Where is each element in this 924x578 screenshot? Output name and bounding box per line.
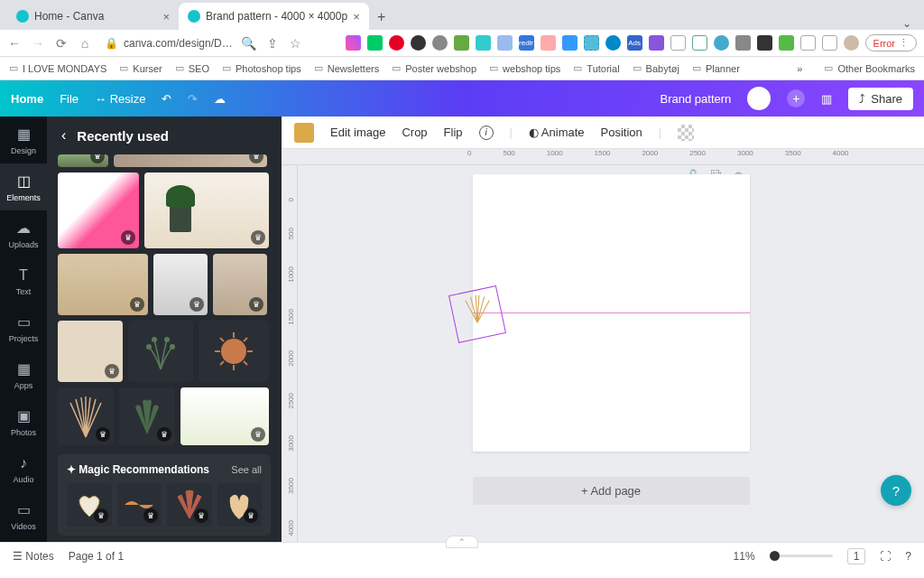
element-thumb[interactable]: ♛ <box>58 387 114 445</box>
info-icon[interactable]: i <box>479 126 494 140</box>
ext-icon[interactable] <box>476 35 491 51</box>
color-swatch[interactable] <box>294 123 314 143</box>
ext-icon[interactable] <box>411 35 426 51</box>
reload-icon[interactable]: ⟳ <box>54 36 69 51</box>
new-tab-button[interactable]: + <box>369 5 394 30</box>
share-button[interactable]: ⤴Share <box>848 88 913 110</box>
element-thumb[interactable]: ♛ <box>167 483 212 527</box>
nav-uploads[interactable]: ☁Uploads <box>0 210 47 257</box>
close-icon[interactable]: × <box>353 10 360 23</box>
ext-icon[interactable] <box>432 35 448 51</box>
zoom-slider[interactable] <box>770 555 833 557</box>
element-thumb[interactable]: ♛ <box>213 254 267 315</box>
cloud-sync-icon[interactable]: ☁ <box>214 92 226 106</box>
collapse-bottom-icon[interactable]: ⌃ <box>446 536 478 548</box>
nav-projects[interactable]: ▭Projects <box>0 304 47 351</box>
ext-icon[interactable] <box>800 35 816 51</box>
palm-leaf-element[interactable] <box>460 292 494 326</box>
element-thumb[interactable]: ♛ <box>67 483 112 527</box>
bookmark-item[interactable]: ▭Poster webshop <box>392 62 476 74</box>
nav-videos[interactable]: ▭Videos <box>0 492 47 539</box>
add-collaborator-button[interactable]: + <box>787 89 805 107</box>
nav-elements[interactable]: ◫Elements <box>0 163 47 210</box>
bookmark-item[interactable]: ▭Kurser <box>119 62 162 74</box>
ext-icon[interactable] <box>454 35 469 51</box>
design-title[interactable]: Brand pattern <box>661 92 732 106</box>
ext-icon[interactable] <box>822 35 837 51</box>
canvas-page[interactable] <box>473 174 750 452</box>
element-thumb[interactable] <box>199 321 269 382</box>
browser-tab[interactable]: Home - Canva × <box>7 3 179 30</box>
redo-icon[interactable]: ↷ <box>188 92 198 106</box>
element-thumb[interactable]: ♛ <box>58 321 123 382</box>
page-number-badge[interactable]: 1 <box>847 548 866 564</box>
bookmark-item[interactable]: ▭I LOVE MONDAYS <box>9 62 106 74</box>
element-thumb[interactable]: ♛ <box>114 154 267 167</box>
bookmark-item[interactable]: ▭SEO <box>175 62 209 74</box>
ext-icon[interactable] <box>670 35 686 51</box>
bookmark-item[interactable]: ▭webshop tips <box>489 62 560 74</box>
crop-button[interactable]: Crop <box>402 126 427 139</box>
element-thumb[interactable]: ♛ <box>144 172 269 248</box>
add-page-button[interactable]: + Add page <box>473 477 750 505</box>
nav-photos[interactable]: ▣Photos <box>0 398 47 445</box>
panel-content[interactable]: ♛ ♛ ♛ ♛ ♛ ♛ ♛ ♛ ♛ ♛ ♛ ✦ Magic Recommenda… <box>47 154 282 542</box>
see-all-link[interactable]: See all <box>231 464 262 475</box>
canvas-viewport[interactable]: 🔓 ⿻ ⊕ + Add page ? <box>298 165 924 542</box>
edit-image-button[interactable]: Edit image <box>330 126 385 139</box>
redir-icon[interactable]: redir <box>519 35 534 51</box>
element-thumb[interactable]: ♛ <box>58 254 148 315</box>
ext-icon[interactable] <box>757 35 772 51</box>
ext-icon[interactable] <box>735 35 751 51</box>
nav-text[interactable]: TText <box>0 257 47 304</box>
nav-apps[interactable]: ▦Apps <box>0 351 47 398</box>
bookmark-item[interactable]: ▭Newsletters <box>314 62 379 74</box>
help-button[interactable]: ? <box>881 475 911 506</box>
file-menu[interactable]: File <box>60 92 79 106</box>
element-thumb[interactable]: ♛ <box>58 172 139 248</box>
element-thumb[interactable]: ♛ <box>117 483 162 527</box>
fullscreen-icon[interactable]: ⛶ <box>880 550 891 563</box>
ext-icon[interactable] <box>692 35 707 51</box>
transparency-icon[interactable] <box>678 125 694 141</box>
other-bookmarks[interactable]: ▭Other Bookmarks <box>824 62 915 74</box>
bookmark-item[interactable]: ▭Tutorial <box>573 62 619 74</box>
home-icon[interactable]: ⌂ <box>78 36 92 51</box>
bookmark-item[interactable]: ▭Photoshop tips <box>222 62 301 74</box>
ext-icon[interactable] <box>346 35 361 51</box>
notes-button[interactable]: ☰ Notes <box>13 550 54 563</box>
search-icon[interactable]: 🔍 <box>242 36 256 51</box>
star-icon[interactable]: ☆ <box>289 36 303 51</box>
bookmarks-overflow[interactable]: » <box>797 63 802 74</box>
ext-icon[interactable] <box>497 35 513 51</box>
ext-icon[interactable] <box>649 35 664 51</box>
resize-button[interactable]: ↔ Resize <box>95 92 145 106</box>
ext-icon[interactable] <box>605 35 621 51</box>
bookmark-item[interactable]: ▭Babytøj <box>633 62 679 74</box>
user-avatar[interactable] <box>747 87 771 110</box>
share-icon[interactable]: ⇪ <box>265 36 280 51</box>
error-pill[interactable]: Error⋮ <box>865 34 917 51</box>
flip-button[interactable]: Flip <box>444 126 463 139</box>
element-thumb[interactable]: ♛ <box>119 387 175 445</box>
ads-icon[interactable]: Ads <box>627 35 642 51</box>
puzzle-icon[interactable] <box>779 35 794 51</box>
page-indicator[interactable]: Page 1 of 1 <box>69 550 124 563</box>
nav-design[interactable]: ▦Design <box>0 117 47 163</box>
ext-icon[interactable] <box>541 35 556 51</box>
ext-icon[interactable] <box>367 35 383 51</box>
element-thumb[interactable]: ♛ <box>153 254 208 315</box>
insights-icon[interactable]: ▥ <box>821 92 832 106</box>
ext-icon[interactable] <box>562 35 578 51</box>
element-thumb[interactable]: ♛ <box>180 387 269 445</box>
close-icon[interactable]: × <box>162 10 170 23</box>
home-button[interactable]: Home <box>11 92 43 106</box>
ext-icon[interactable] <box>714 35 729 51</box>
forward-icon[interactable]: → <box>31 36 45 51</box>
animate-button[interactable]: ◐ Animate <box>529 126 585 139</box>
element-thumb[interactable] <box>128 321 193 382</box>
address-bar[interactable]: 🔒 canva.com/design/D… <box>105 37 233 50</box>
back-icon[interactable]: ← <box>7 36 22 51</box>
profile-avatar[interactable] <box>844 35 859 51</box>
help-icon[interactable]: ? <box>905 550 911 563</box>
